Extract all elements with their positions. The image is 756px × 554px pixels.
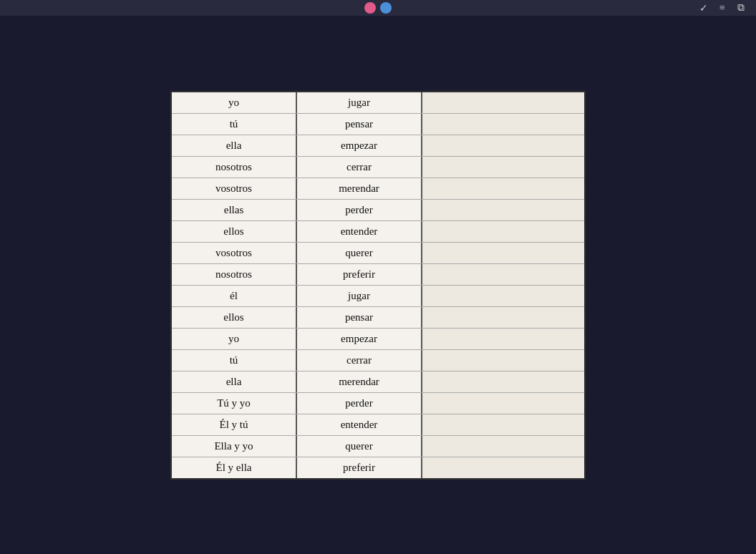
check-icon[interactable]: ✓ — [697, 1, 710, 14]
answer-cell[interactable] — [422, 414, 584, 435]
subject-cell: ellas — [172, 200, 297, 220]
subject-cell: vosotros — [172, 243, 297, 263]
subject-cell: él — [172, 286, 297, 306]
copy-icon[interactable]: ⧉ — [735, 1, 747, 14]
table-row: vosotrosmerendar — [172, 178, 584, 200]
subject-cell: Tú y yo — [172, 393, 297, 414]
answer-cell[interactable] — [422, 393, 584, 414]
answer-cell[interactable] — [422, 371, 584, 392]
table-row: Ella y yoquerer — [172, 436, 584, 457]
conjugation-table: yojugartúpensarellaempezarnosotroscerrar… — [170, 91, 586, 480]
verb-cell: merendar — [297, 371, 422, 392]
answer-cell[interactable] — [422, 221, 584, 242]
table-row: ellasperder — [172, 200, 584, 221]
table-row: vosotrosquerer — [172, 243, 584, 264]
table-row: ellamerendar — [172, 371, 584, 393]
answer-cell[interactable] — [422, 92, 584, 113]
verb-cell: empezar — [297, 135, 422, 156]
answer-cell[interactable] — [422, 114, 584, 135]
table-row: Él y ellapreferir — [172, 457, 584, 478]
answer-cell[interactable] — [422, 286, 584, 306]
layers-icon[interactable]: ≡ — [716, 1, 729, 14]
table-row: ellaempezar — [172, 135, 584, 157]
answer-cell[interactable] — [422, 243, 584, 263]
subject-cell: yo — [172, 329, 297, 349]
subject-cell: tú — [172, 114, 297, 135]
table-row: yoempezar — [172, 329, 584, 350]
subject-cell: ellos — [172, 307, 297, 328]
subject-cell: tú — [172, 350, 297, 371]
verb-cell: entender — [297, 221, 422, 242]
table-row: ellospensar — [172, 307, 584, 329]
subject-cell: ellos — [172, 221, 297, 242]
answer-cell[interactable] — [422, 200, 584, 220]
subject-cell: Ella y yo — [172, 436, 297, 457]
verb-cell: perder — [297, 393, 422, 414]
subject-cell: yo — [172, 92, 297, 113]
table-row: nosotroscerrar — [172, 157, 584, 178]
table-row: nosotrospreferir — [172, 264, 584, 286]
verb-cell: jugar — [297, 286, 422, 306]
table-row: yojugar — [172, 92, 584, 114]
table-row: ellosentender — [172, 221, 584, 243]
verb-cell: cerrar — [297, 157, 422, 178]
verb-cell: empezar — [297, 329, 422, 349]
verb-cell: pensar — [297, 114, 422, 135]
answer-cell[interactable] — [422, 457, 584, 478]
subject-cell: nosotros — [172, 264, 297, 285]
answer-cell[interactable] — [422, 350, 584, 371]
subject-cell: ella — [172, 371, 297, 392]
pink-dot[interactable] — [364, 2, 376, 14]
answer-cell[interactable] — [422, 264, 584, 285]
answer-cell[interactable] — [422, 436, 584, 457]
table-row: túcerrar — [172, 350, 584, 371]
verb-cell: preferir — [297, 457, 422, 478]
subject-cell: Él y tú — [172, 414, 297, 435]
verb-cell: perder — [297, 200, 422, 220]
answer-cell[interactable] — [422, 135, 584, 156]
subject-cell: vosotros — [172, 178, 297, 199]
subject-cell: Él y ella — [172, 457, 297, 478]
table-row: Él y túentender — [172, 414, 584, 436]
verb-cell: cerrar — [297, 350, 422, 371]
answer-cell[interactable] — [422, 178, 584, 199]
verb-cell: preferir — [297, 264, 422, 285]
verb-cell: querer — [297, 436, 422, 457]
verb-cell: querer — [297, 243, 422, 263]
subject-cell: ella — [172, 135, 297, 156]
answer-cell[interactable] — [422, 307, 584, 328]
answer-cell[interactable] — [422, 157, 584, 178]
toolbar — [364, 0, 392, 16]
verb-cell: merendar — [297, 178, 422, 199]
verb-cell: entender — [297, 414, 422, 435]
verb-cell: jugar — [297, 92, 422, 113]
answer-cell[interactable] — [422, 329, 584, 349]
blue-dot[interactable] — [380, 2, 392, 14]
table-row: Tú y yoperder — [172, 393, 584, 414]
table-row: túpensar — [172, 114, 584, 135]
table-row: éljugar — [172, 286, 584, 307]
verb-cell: pensar — [297, 307, 422, 328]
subject-cell: nosotros — [172, 157, 297, 178]
